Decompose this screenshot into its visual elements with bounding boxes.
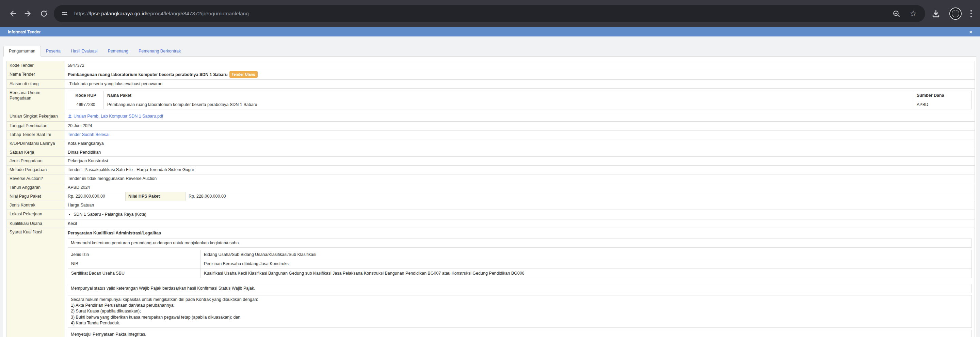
kualifikasi-usaha-value: Kecil — [65, 219, 975, 228]
row-label: Tanggal Pembuatan — [7, 121, 65, 131]
requirement-item: Mempunyai status valid keterangan Wajib … — [68, 284, 972, 293]
tab-pemenang[interactable]: Pemenang — [102, 46, 133, 56]
alasan-value: -Tidak ada peserta yang lulus evaluasi p… — [65, 80, 975, 89]
izin-row: NIB Perizinan Berusaha dibidang Jasa Kon… — [68, 259, 972, 268]
reverse-auction-value: Tender ini tidak menggunakan Reverse Auc… — [65, 174, 975, 183]
tab-peserta[interactable]: Peserta — [41, 46, 66, 56]
table-row: Kode Tender 5847372 — [7, 61, 975, 70]
table-row: Satuan Kerja Dinas Pendidikan — [7, 148, 975, 157]
tahap-tender-link[interactable]: Tender Sudah Selesai — [68, 132, 109, 137]
reload-icon — [40, 9, 48, 18]
rup-kode: 49977230 — [68, 100, 104, 109]
uraian-pdf-link[interactable]: Uraian Pemb. Lab Komputer SDN 1 Sabaru.p… — [68, 114, 163, 118]
row-label: Jenis Kontrak — [7, 201, 65, 210]
row-label: Satuan Kerja — [7, 148, 65, 157]
tab-content-panel: Kode Tender 5847372 Nama Tender Pembangu… — [3, 57, 976, 337]
row-label: Kualifikasi Usaha — [7, 219, 65, 228]
close-icon[interactable]: × — [969, 29, 972, 34]
rup-header-nama: Nama Paket — [104, 91, 913, 100]
tab-bar: Pengumuman Peserta Hasil Evaluasi Pemena… — [3, 46, 976, 57]
row-label: Tahun Anggaran — [7, 183, 65, 192]
izin-table: Jenis Izin Bidang Usaha/Sub Bidang Usaha… — [68, 250, 972, 278]
kode-tender-value: 5847372 — [65, 61, 975, 70]
back-icon — [8, 9, 17, 18]
url-text[interactable]: https://lpse.palangkaraya.go.id/eproc4/l… — [74, 11, 249, 17]
row-label: Uraian Singkat Pekerjaan — [7, 112, 65, 121]
syarat-kualifikasi-section: Persyaratan Kualifikasi Administrasi/Leg… — [65, 228, 975, 337]
lokasi-item: SDN 1 Sabaru - Palangka Raya (Kota) — [73, 212, 972, 217]
row-label: Nilai Pagu Paket — [7, 192, 65, 201]
requirement-item: Menyetujui Pernyataan Pakta Integritas. — [68, 330, 972, 337]
tender-page: Pengumuman Peserta Hasil Evaluasi Pemena… — [0, 37, 980, 337]
table-row: Tanggal Pembuatan 20 Juni 2024 — [7, 121, 975, 131]
tab-pemenang-berkontrak[interactable]: Pemenang Berkontrak — [134, 46, 186, 56]
jenis-pengadaan-value: Pekerjaan Konstruksi — [65, 157, 975, 166]
table-row: Lokasi Pekerjaan SDN 1 Sabaru - Palangka… — [7, 210, 975, 219]
table-row: Reverse Auction? Tender ini tidak menggu… — [7, 174, 975, 183]
row-label: Lokasi Pekerjaan — [7, 210, 65, 219]
table-row: Syarat Kualifikasi Persyaratan Kualifika… — [7, 228, 975, 337]
izin-header-jenis: Jenis Izin — [68, 250, 201, 259]
nilai-hps-value: Rp. 228.000.000,00 — [186, 192, 975, 201]
row-label: Jenis Pengadaan — [7, 157, 65, 166]
izin-row: Sertifikat Badan Usaha SBU Kualifikasi U… — [68, 268, 972, 278]
instansi-value: Kota Palangkaraya — [65, 139, 975, 148]
rup-row: 49977230 Pembangunan ruang laboratorium … — [68, 100, 972, 109]
rup-header-kode: Kode RUP — [68, 91, 104, 100]
table-row: Jenis Kontrak Harga Satuan — [7, 201, 975, 210]
reload-button[interactable] — [36, 6, 52, 21]
table-row: Jenis Pengadaan Pekerjaan Konstruksi — [7, 157, 975, 166]
browser-menu-icon[interactable] — [970, 10, 972, 18]
nama-tender-value: Pembangunan ruang laboratorium komputer … — [68, 72, 228, 77]
row-label: Alasan di ulang — [7, 80, 65, 89]
rup-nama: Pembangunan ruang laboratorium komputer … — [104, 100, 913, 109]
rup-header-sumber: Sumber Dana — [913, 91, 972, 100]
row-label: Rencana Umum Pengadaan — [7, 89, 65, 112]
tab-hasil-evaluasi[interactable]: Hasil Evaluasi — [66, 46, 103, 56]
table-row: Metode Pengadaan Tender - Pascakualifika… — [7, 166, 975, 174]
requirement-item-multiline: Secara hukum mempunyai kapasitas untuk m… — [68, 295, 972, 328]
forward-icon — [24, 9, 33, 18]
modal-header: Informasi Tender × — [0, 27, 980, 37]
downloads-icon[interactable] — [931, 9, 940, 18]
row-label: Syarat Kualifikasi — [7, 228, 65, 337]
table-row: Alasan di ulang -Tidak ada peserta yang … — [7, 80, 975, 89]
back-button[interactable] — [5, 6, 21, 21]
row-label: Kode Tender — [7, 61, 65, 70]
table-row: Nama Tender Pembangunan ruang laboratori… — [7, 70, 975, 80]
row-label: Tahap Tender Saat Ini — [7, 131, 65, 139]
url-bar[interactable]: https://lpse.palangkaraya.go.id/eproc4/l… — [54, 5, 925, 22]
profile-avatar[interactable] — [949, 8, 962, 20]
tender-info-table: Kode Tender 5847372 Nama Tender Pembangu… — [6, 61, 975, 337]
rup-sumber: APBD — [913, 100, 972, 109]
nilai-pagu-value: Rp. 228.000.000,00 — [65, 192, 126, 201]
nilai-hps-label: Nilai HPS Paket — [126, 192, 186, 201]
metode-value: Tender - Pascakualifikasi Satu File - Ha… — [65, 166, 975, 174]
avatar-seal — [952, 10, 959, 18]
zoom-out-icon[interactable] — [892, 10, 901, 18]
table-row: Uraian Singkat Pekerjaan Uraian Pemb. La… — [7, 112, 975, 121]
table-row: Tahun Anggaran APBD 2024 — [7, 183, 975, 192]
toolbar-right — [929, 8, 975, 20]
site-info-icon[interactable] — [60, 10, 69, 18]
table-row: Tahap Tender Saat Ini Tender Sudah Seles… — [7, 131, 975, 139]
admin-legalitas-heading: Persyaratan Kualifikasi Administrasi/Leg… — [68, 230, 972, 236]
table-row: K/L/PD/Instansi Lainnya Kota Palangkaray… — [7, 139, 975, 148]
bookmark-star-icon[interactable]: ☆ — [910, 10, 917, 18]
tab-pengumuman[interactable]: Pengumuman — [3, 46, 41, 57]
row-label: K/L/PD/Instansi Lainnya — [7, 139, 65, 148]
url-domain: lpse.palangkaraya.go.id — [90, 11, 146, 16]
table-row: Kualifikasi Usaha Kecil — [7, 219, 975, 228]
forward-button[interactable] — [21, 6, 36, 21]
table-row: Nilai Pagu Paket Rp. 228.000.000,00 Nila… — [7, 192, 975, 201]
url-scheme: https:// — [74, 11, 90, 16]
izin-header-bidang: Bidang Usaha/Sub Bidang Usaha/Klasifikas… — [201, 250, 972, 259]
tanggal-value: 20 Juni 2024 — [65, 121, 975, 131]
tahun-anggaran-value: APBD 2024 — [65, 183, 975, 192]
requirement-item: Memenuhi ketentuan peraturan perundang-u… — [68, 238, 972, 248]
jenis-kontrak-value: Harga Satuan — [65, 201, 975, 210]
url-path: /eproc4/lelang/5847372/pengumumanlelang — [146, 11, 249, 16]
tender-ulang-badge: Tender Ulang — [229, 71, 258, 78]
satuan-kerja-value: Dinas Pendidikan — [65, 148, 975, 157]
modal-title: Informasi Tender — [8, 30, 40, 34]
